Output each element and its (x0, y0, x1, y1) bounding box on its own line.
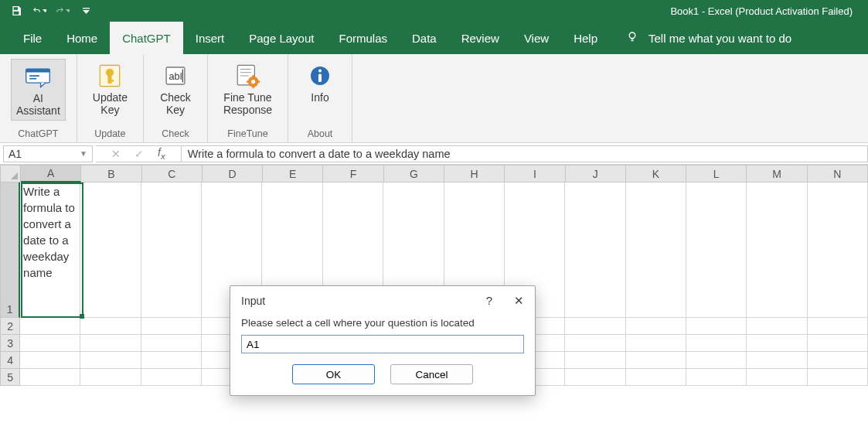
row-header-4[interactable]: 4 (0, 352, 20, 369)
check-key-icon: abl (162, 62, 189, 90)
col-header-l[interactable]: L (686, 165, 747, 183)
tab-view[interactable]: View (512, 22, 561, 54)
save-icon[interactable] (9, 4, 23, 18)
col-header-j[interactable]: J (566, 165, 626, 183)
cell[interactable] (747, 318, 807, 335)
qat-customize-icon[interactable] (79, 4, 93, 18)
enter-formula-icon[interactable]: ✓ (134, 148, 144, 160)
col-header-c[interactable]: C (142, 165, 203, 183)
title-bar: Book1 - Excel (Product Activation Failed… (0, 0, 868, 22)
ai-assistant-button[interactable]: AI Assistant (11, 59, 66, 121)
cell[interactable] (565, 318, 625, 335)
col-header-i[interactable]: I (505, 165, 565, 183)
group-label-check: Check (162, 128, 189, 139)
chevron-down-icon[interactable] (66, 9, 70, 13)
cell[interactable] (626, 318, 686, 335)
cell[interactable] (141, 335, 202, 352)
col-header-k[interactable]: K (626, 165, 686, 183)
cell[interactable] (80, 183, 141, 318)
cell[interactable] (565, 335, 625, 352)
select-all-corner[interactable] (0, 165, 21, 183)
cell[interactable] (20, 318, 80, 335)
chevron-down-icon[interactable]: ▼ (80, 149, 87, 158)
tab-insert[interactable]: Insert (183, 22, 237, 54)
cell[interactable] (808, 352, 868, 369)
cell[interactable] (808, 335, 868, 352)
cell[interactable] (747, 335, 807, 352)
dialog-title: Input (241, 295, 265, 307)
svg-rect-19 (253, 75, 255, 77)
chevron-down-icon[interactable] (43, 9, 46, 13)
col-header-f[interactable]: F (323, 165, 383, 183)
cell[interactable] (747, 352, 807, 369)
name-box[interactable]: A1 ▼ (3, 145, 93, 162)
row-header-1[interactable]: 1 (0, 183, 20, 318)
row-header-5[interactable]: 5 (0, 369, 20, 386)
fx-icon[interactable]: fx (158, 146, 165, 161)
tab-help[interactable]: Help (561, 22, 610, 54)
cell[interactable] (20, 352, 80, 369)
cell[interactable] (686, 183, 747, 318)
row-header-3[interactable]: 3 (0, 335, 20, 352)
cell[interactable] (686, 335, 747, 352)
cell[interactable] (565, 183, 625, 318)
fine-tune-button[interactable]: Fine Tune Response (219, 59, 277, 119)
tab-file[interactable]: File (11, 22, 54, 54)
cell[interactable] (626, 183, 686, 318)
cell[interactable] (808, 318, 868, 335)
ribbon-group-update: Update Key Update (77, 54, 144, 142)
cell[interactable] (80, 318, 141, 335)
cell[interactable] (686, 352, 747, 369)
cell[interactable] (80, 369, 141, 386)
tab-formulas[interactable]: Formulas (326, 22, 400, 54)
dialog-cell-input[interactable] (241, 335, 524, 353)
cell[interactable] (141, 352, 202, 369)
col-header-g[interactable]: G (384, 165, 444, 183)
cell[interactable] (747, 183, 807, 318)
cell[interactable] (686, 369, 747, 386)
col-header-d[interactable]: D (203, 165, 263, 183)
tab-chatgpt[interactable]: ChatGPT (110, 22, 183, 54)
cell[interactable] (141, 369, 202, 386)
col-header-h[interactable]: H (444, 165, 505, 183)
close-icon[interactable]: ✕ (514, 294, 524, 308)
help-icon[interactable]: ? (486, 294, 492, 308)
cell[interactable] (80, 335, 141, 352)
tab-review[interactable]: Review (449, 22, 512, 54)
update-key-button[interactable]: Update Key (88, 59, 132, 119)
col-header-a[interactable]: A (21, 165, 81, 183)
cancel-formula-icon[interactable]: ✕ (111, 148, 121, 160)
cell[interactable] (626, 369, 686, 386)
col-header-b[interactable]: B (81, 165, 141, 183)
cell[interactable] (565, 369, 625, 386)
cell[interactable] (626, 335, 686, 352)
ok-button[interactable]: OK (292, 364, 375, 384)
cell[interactable] (141, 183, 202, 318)
cell[interactable] (141, 318, 202, 335)
cell[interactable] (808, 369, 868, 386)
info-button[interactable]: Info (299, 59, 341, 107)
cell[interactable] (686, 318, 747, 335)
tab-page-layout[interactable]: Page Layout (237, 22, 326, 54)
cancel-button[interactable]: Cancel (390, 364, 473, 384)
col-header-m[interactable]: M (747, 165, 807, 183)
col-header-e[interactable]: E (263, 165, 323, 183)
tab-data[interactable]: Data (400, 22, 449, 54)
tell-me-box[interactable]: Tell me what you want to do (625, 30, 791, 46)
cell-a1[interactable]: Write a formula to convert a date to a w… (20, 183, 80, 318)
cell[interactable] (565, 352, 625, 369)
check-key-button[interactable]: abl Check Key (155, 59, 196, 119)
redo-icon[interactable] (56, 4, 70, 18)
chat-icon (24, 63, 52, 90)
row-header-2[interactable]: 2 (0, 318, 20, 335)
cell[interactable] (747, 369, 807, 386)
cell[interactable] (80, 352, 141, 369)
cell[interactable] (626, 352, 686, 369)
cell[interactable] (20, 369, 80, 386)
col-header-n[interactable]: N (808, 165, 868, 183)
undo-icon[interactable] (32, 4, 46, 18)
cell[interactable] (808, 183, 868, 318)
cell[interactable] (20, 335, 80, 352)
tab-home[interactable]: Home (54, 22, 110, 54)
formula-bar-input[interactable]: Write a formula to convert a date to a w… (182, 145, 868, 162)
